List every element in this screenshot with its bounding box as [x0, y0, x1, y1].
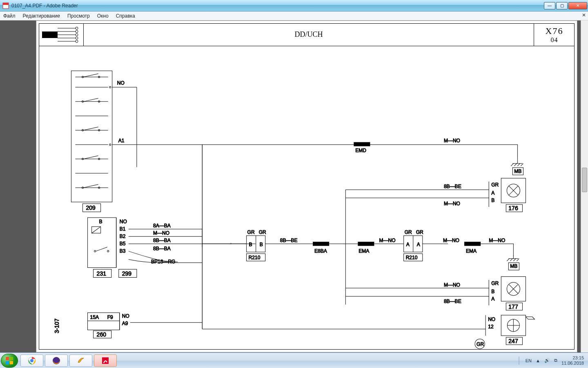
pdf-icon — [2, 2, 9, 9]
window-title: 0107_A4.PDF - Adobe Reader — [11, 3, 78, 9]
menu-edit[interactable]: Редактирование — [23, 13, 60, 19]
window-titlebar: 0107_A4.PDF - Adobe Reader — ▢ ✕ — [0, 0, 588, 11]
menu-window[interactable]: Окно — [97, 13, 109, 19]
window-controls: — ▢ ✕ — [544, 2, 588, 9]
maximize-button[interactable]: ▢ — [556, 2, 568, 9]
menubar: Файл Редактирование Просмотр Окно Справк… — [0, 11, 588, 20]
menu-file[interactable]: Файл — [3, 13, 16, 19]
close-button[interactable]: ✕ — [568, 2, 587, 9]
minimize-button[interactable]: — — [544, 2, 555, 9]
menu-view[interactable]: Просмотр — [67, 13, 90, 19]
document-close-icon[interactable]: ✕ — [582, 12, 586, 18]
svg-rect-1 — [3, 3, 9, 5]
menu-help[interactable]: Справка — [116, 13, 135, 19]
